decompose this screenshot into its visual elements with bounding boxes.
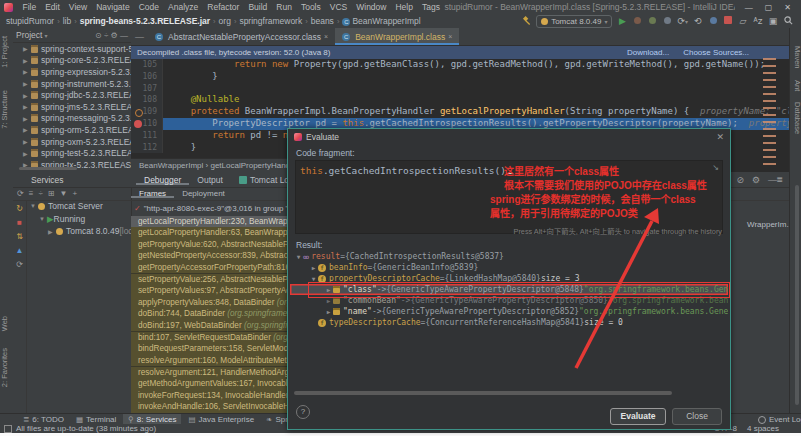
close-dialog-button[interactable]: Close	[672, 408, 722, 425]
chevron-icon[interactable]: ▶	[48, 228, 56, 235]
chevron-icon[interactable]: ▶	[309, 262, 318, 273]
frame-row[interactable]: doBind:744, DataBinder (org.springframew…	[131, 308, 306, 319]
step-icon[interactable]: ▲	[16, 246, 24, 255]
chevron-icon[interactable]: ▼	[30, 203, 38, 209]
tab-debugger[interactable]: Debugger	[136, 175, 189, 185]
sidebar-item-database[interactable]: Database	[790, 102, 801, 134]
code-text[interactable]: protected BeanWrapperImpl.BeanPropertyHa…	[163, 106, 789, 118]
frame-row[interactable]: resolveArgument:160, ModelAttributeMetho…	[131, 355, 306, 367]
gutter[interactable]: 108	[131, 94, 163, 106]
variable-row[interactable]: ▶fbeanInfo = {GenericBeanInfo@5839}	[290, 262, 728, 273]
step-icon[interactable]: ⟲	[693, 16, 703, 26]
collapse-all-icon[interactable]: ÷	[38, 189, 42, 198]
menu-item-run[interactable]: Run	[272, 2, 297, 12]
breadcrumb-item[interactable]: beans	[311, 16, 334, 26]
chevron-right-icon[interactable]: ▶	[23, 115, 31, 122]
sidebar-item-favorites[interactable]: 2: Favorites	[0, 348, 13, 387]
frame-row[interactable]: setPropertyValue:256, AbstractNestablePr…	[131, 274, 306, 285]
hide-panel-icon[interactable]: —	[131, 32, 148, 42]
frame-row[interactable]: invokeAndHandle:106, ServletInvocableHan…	[131, 401, 306, 412]
gutter[interactable]: 106	[131, 71, 163, 83]
deploy-icon[interactable]: ⇅	[16, 232, 23, 241]
frame-row[interactable]: doBind:197, WebDataBinder (org.springfra…	[131, 320, 306, 332]
tab-abstractnestablepropertyaccessor[interactable]: C AbstractNestablePropertyAccessor.class…	[148, 28, 335, 45]
expand-all-icon[interactable]: ≡	[29, 189, 34, 198]
project-tree-item[interactable]: ▶spring-instrument-5.2.3.RELEASE.jar	[13, 78, 131, 90]
subtab-deployment[interactable]: Deployment	[174, 189, 233, 198]
project-tree-item[interactable]: ▶spring-context-support-5.2.3.RELEASE.ja…	[13, 43, 131, 55]
services-title[interactable]: Services	[13, 175, 136, 185]
open-folder-icon[interactable]: ▱	[738, 16, 748, 26]
panel-toggle-icon[interactable]	[4, 425, 12, 433]
code-text[interactable]: }	[163, 71, 789, 83]
locate-icon[interactable]: ⊙	[95, 31, 104, 40]
sidebar-item-project[interactable]: 1: Project	[0, 36, 13, 68]
frame-row[interactable]: invokeForRequest:134, InvocableHandlerMe…	[131, 390, 306, 401]
tab-output[interactable]: Output	[189, 175, 231, 185]
attach-icon[interactable]	[708, 16, 718, 26]
chevron-right-icon[interactable]: ▶	[23, 80, 31, 87]
thread-selector[interactable]: ✓ "http-apr-8080-exec-9"@3,016 in group …	[134, 202, 302, 214]
add-service-icon[interactable]: +	[72, 189, 77, 198]
menu-item-edit[interactable]: Edit	[41, 2, 65, 12]
chevron-down-icon[interactable]: ▾	[44, 32, 47, 39]
dialog-hscrollbar[interactable]	[294, 391, 672, 395]
error-stripe[interactable]	[763, 58, 776, 170]
project-panel-title[interactable]: Project	[16, 30, 42, 40]
sidebar-item-maven[interactable]: Maven	[790, 46, 801, 69]
project-hscrollbar[interactable]	[19, 167, 77, 170]
gutter[interactable]: 109	[131, 106, 163, 118]
subtab-frames[interactable]: Frames	[131, 189, 174, 198]
chevron-right-icon[interactable]: ▶	[23, 126, 31, 133]
breadcrumb-item[interactable]: lib	[63, 16, 72, 26]
close-icon[interactable]: ×	[448, 33, 452, 40]
menu-item-analyze[interactable]: Analyze	[164, 2, 203, 12]
dialog-titlebar[interactable]: Evaluate ✕	[288, 129, 730, 144]
refresh-icon[interactable]: ⟳	[16, 260, 23, 269]
project-tree-item[interactable]: ▶spring-expression-5.2.3.RELEASE.jar	[13, 66, 131, 78]
frame-row[interactable]: bind:107, ServletRequestDataBinder (org.…	[131, 332, 306, 343]
gutter[interactable]: 110	[131, 118, 163, 130]
breakpoint-icon[interactable]	[134, 120, 142, 128]
breadcrumb-item[interactable]: springframework	[239, 16, 302, 26]
services-tree-item[interactable]: ▶Tomcat 8.0.49 [local]	[26, 225, 131, 238]
download-link[interactable]: Download...	[627, 48, 669, 57]
project-tree-item[interactable]: ▶spring-jms-5.2.3.RELEASE.jar	[13, 101, 131, 113]
choose-sources-link[interactable]: Choose Sources...	[683, 48, 749, 57]
menu-item-code[interactable]: Code	[134, 2, 163, 12]
project-tree-item[interactable]: ▶spring-jdbc-5.2.3.RELEASE.jar	[13, 89, 131, 101]
minimize-button[interactable]: —	[745, 3, 753, 12]
chevron-right-icon[interactable]: ▶	[23, 45, 31, 52]
group-icon[interactable]: ⊞	[48, 189, 55, 198]
breadcrumb-item[interactable]: org	[219, 16, 231, 26]
menu-item-navigate[interactable]: Navigate	[92, 2, 135, 12]
frame-row[interactable]: getNestedPropertyAccessor:839, AbstractN…	[131, 250, 306, 261]
translate-icon[interactable]: ᴬ𝗓	[753, 16, 763, 26]
gutter[interactable]: 107	[131, 83, 163, 95]
variable-row[interactable]: ftypeDescriptorCache = {ConcurrentRefere…	[290, 317, 728, 328]
sidebar-item-ant[interactable]: Ant	[790, 80, 801, 91]
variable-row[interactable]: WrapperIm... View	[747, 220, 789, 229]
frame-row[interactable]: getLocalPropertyHandler:230, BeanWrapper…	[131, 216, 306, 227]
frame-row[interactable]: resolveArgument:121, HandlerMethodArgum	[131, 367, 306, 378]
help-button[interactable]: ?	[296, 405, 310, 419]
debugger-scrollbar[interactable]	[795, 185, 799, 405]
chevron-right-icon[interactable]: ▶	[23, 68, 31, 75]
run-config-combo[interactable]: Tomcat 8.0.49 ▾	[536, 15, 612, 28]
breadcrumb-item[interactable]: spring-beans-5.2.3.RELEASE.jar	[80, 16, 210, 26]
breadcrumb-item[interactable]: stupidRumor	[6, 16, 54, 26]
chevron-icon[interactable]: ▼	[294, 251, 303, 262]
project-tree-item[interactable]: ▶spring-test-5.2.3.RELEASE.jar	[13, 147, 131, 159]
rerun-icon[interactable]: ⟳▾	[677, 16, 688, 26]
search-icon[interactable]	[783, 16, 793, 27]
menu-item-help[interactable]: Help	[391, 2, 417, 12]
code-text[interactable]	[163, 83, 789, 95]
project-tree-item[interactable]: ▶spring-messaging-5.2.3.RELEASE.jar	[13, 113, 131, 125]
maximize-button[interactable]: ▢	[765, 3, 773, 12]
indent-widget[interactable]: 4 spaces	[747, 424, 779, 433]
filter-icon[interactable]: ▼	[59, 189, 67, 198]
project-tree-item[interactable]: ▶spring-oxm-5.2.3.RELEASE.jar	[13, 136, 131, 148]
menu-item-refactor[interactable]: Refactor	[203, 2, 244, 12]
services-tree-item[interactable]: ▼▶ Running	[26, 213, 131, 226]
build-hammer-icon[interactable]	[521, 16, 531, 27]
